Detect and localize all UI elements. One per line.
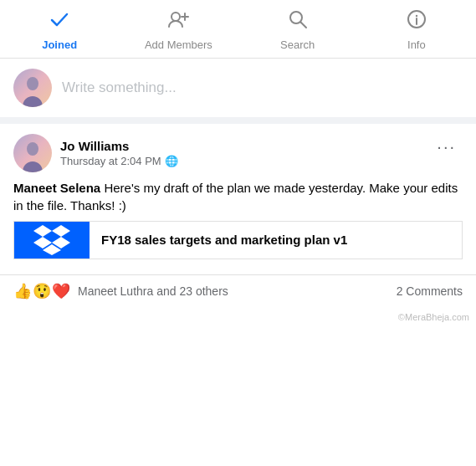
more-options-button[interactable]: ··· — [430, 134, 463, 160]
nav-label-search: Search — [280, 38, 315, 51]
svg-marker-11 — [52, 225, 70, 237]
post-time: Thursday at 2:04 PM — [60, 155, 161, 167]
user-avatar — [13, 69, 52, 107]
write-placeholder[interactable]: Write something... — [62, 79, 463, 96]
nav-label-joined: Joined — [42, 38, 77, 51]
nav-item-search[interactable]: Search — [256, 8, 340, 51]
reaction-emojis: 👍😲❤️ — [13, 282, 71, 300]
attachment-info: FY18 sales targets and marketing plan v1 — [90, 222, 359, 259]
post-meta: Thursday at 2:04 PM 🌐 — [60, 155, 178, 167]
attachment-icon-box — [14, 222, 90, 259]
watermark: ©MeraBheja.com — [0, 309, 476, 325]
post-body-author: Maneet Selena — [13, 181, 100, 195]
nav-item-info[interactable]: Info — [375, 8, 458, 51]
reactions-left: 👍😲❤️ Maneet Luthra and 23 others — [13, 282, 228, 300]
joined-check-icon — [49, 8, 70, 35]
privacy-globe-icon: 🌐 — [165, 155, 178, 167]
nav-item-joined[interactable]: Joined — [18, 8, 101, 51]
svg-line-4 — [300, 23, 306, 28]
post-body: Maneet Selena Here's my draft of the pla… — [0, 179, 476, 268]
top-nav: Joined Add Members Search — [0, 0, 476, 59]
svg-point-9 — [27, 142, 38, 156]
post-author-avatar — [13, 134, 52, 172]
svg-point-0 — [171, 13, 180, 21]
search-icon — [287, 8, 309, 35]
nav-item-add-members[interactable]: Add Members — [136, 8, 220, 51]
post-author-info: Jo Williams Thursday at 2:04 PM 🌐 — [60, 139, 178, 167]
post-header: Jo Williams Thursday at 2:04 PM 🌐 ··· — [0, 124, 476, 179]
add-members-icon — [167, 8, 189, 35]
watermark-text: ©MeraBheja.com — [398, 312, 469, 322]
post-card: Jo Williams Thursday at 2:04 PM 🌐 ··· Ma… — [0, 124, 476, 309]
nav-label-add-members: Add Members — [145, 38, 212, 51]
svg-point-8 — [27, 77, 38, 90]
nav-label-info: Info — [407, 38, 426, 51]
info-icon — [406, 8, 427, 35]
reaction-text: Maneet Luthra and 23 others — [78, 284, 228, 298]
comments-count[interactable]: 2 Comments — [397, 284, 463, 298]
svg-point-6 — [416, 15, 417, 17]
attachment-link[interactable]: FY18 sales targets and marketing plan v1 — [13, 221, 463, 259]
post-author-name: Jo Williams — [60, 139, 178, 153]
attachment-title: FY18 sales targets and marketing plan v1 — [101, 232, 347, 248]
reactions-row: 👍😲❤️ Maneet Luthra and 23 others 2 Comme… — [0, 274, 476, 309]
svg-marker-10 — [33, 225, 52, 237]
post-header-left: Jo Williams Thursday at 2:04 PM 🌐 — [13, 134, 178, 172]
write-row: Write something... — [0, 59, 476, 124]
